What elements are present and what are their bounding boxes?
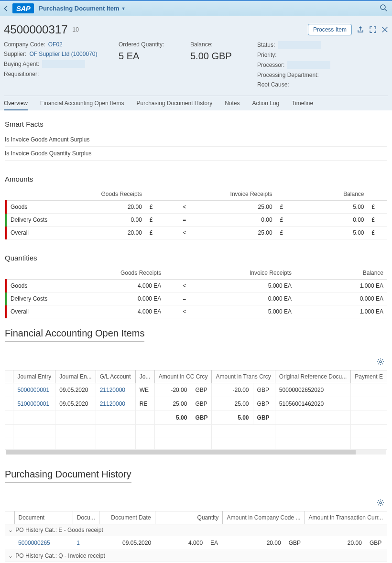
pdh-settings-icon[interactable] <box>377 499 384 508</box>
item-number: 10 <box>72 26 78 33</box>
col-invoice-receipts: Invoice Receipts <box>204 267 295 280</box>
supplier-link[interactable]: OF Supplier Ltd (1000070) <box>29 51 97 57</box>
shell-title-dropdown[interactable]: Purchasing Document Item ▼ <box>39 5 125 12</box>
company-code-link[interactable]: OF02 <box>48 41 63 48</box>
col-balance: Balance <box>295 188 368 201</box>
amounts-title: Amounts <box>5 175 387 183</box>
smart-facts-title: Smart Facts <box>5 120 387 128</box>
tab-pdh[interactable]: Purchasing Document History <box>136 100 212 110</box>
col-balance: Balance <box>295 267 387 280</box>
back-button[interactable] <box>3 5 12 12</box>
col-entry-type[interactable]: Jo... <box>135 370 154 383</box>
tab-overview[interactable]: Overview <box>4 100 28 110</box>
col-doc-item[interactable]: Docu... <box>73 511 99 524</box>
process-item-button[interactable]: Process Item <box>308 24 352 35</box>
col-journal-date[interactable]: Journal En... <box>55 370 96 383</box>
gl-account-link[interactable]: 21120000 <box>96 397 135 411</box>
col-goods-receipts: Goods Receipts <box>73 188 146 201</box>
table-row: Delivery Costs0.00£=0.00£0.00£ <box>6 214 387 227</box>
col-goods-receipts: Goods Receipts <box>73 267 165 280</box>
processor-label: Processor: <box>257 62 284 68</box>
document-link[interactable]: 5000000265 <box>14 536 73 550</box>
buying-agent-label: Buying Agent: <box>4 61 39 67</box>
requisitioner-label: Requisitioner: <box>4 71 39 77</box>
pdh-title: Purchasing Document History <box>5 469 131 483</box>
object-header: 4500000317 10 Process Item <box>4 16 388 39</box>
ordered-qty-label: Ordered Quantity: <box>119 41 176 48</box>
page-title: 4500000317 <box>4 23 67 36</box>
status-value <box>278 41 321 49</box>
tab-bar: Overview Financial Accounting Open Items… <box>4 96 388 110</box>
document-item-link[interactable]: 1 <box>73 536 99 550</box>
col-invoice-receipts: Invoice Receipts <box>204 188 276 201</box>
table-row: Delivery Costs0.000 EA=0.000 EA0.000 EA <box>6 292 387 305</box>
chevron-down-icon: ⌄ <box>8 527 14 533</box>
table-row: Overall4.000 EA<5.000 EA1.000 EA <box>6 305 387 318</box>
amounts-table: Goods Receipts Invoice Receipts Balance … <box>5 188 387 239</box>
priority-label: Priority: <box>257 52 277 58</box>
sap-logo: SAP <box>12 3 34 13</box>
balance-label: Balance: <box>190 41 243 48</box>
fai-settings-icon[interactable] <box>377 358 384 367</box>
close-icon[interactable] <box>381 26 388 33</box>
shell-title-text: Purchasing Document Item <box>39 5 119 12</box>
balance-value: 5.00 GBP <box>190 51 243 62</box>
tab-notes[interactable]: Notes <box>225 100 240 110</box>
dept-label: Processing Department: <box>257 72 319 78</box>
quantities-title: Quantities <box>5 254 387 262</box>
tab-fai[interactable]: Financial Accounting Open Items <box>40 100 124 110</box>
chevron-down-icon: ⌄ <box>8 552 14 559</box>
col-doc-date[interactable]: Document Date <box>99 511 155 524</box>
col-amount-cc[interactable]: Amount in CC Crcy <box>154 370 212 383</box>
table-row: Goods20.00£<25.00£5.00£ <box>6 201 387 214</box>
supplier-label: Supplier: <box>4 51 26 57</box>
journal-entry-link[interactable]: 5000000001 <box>13 383 55 397</box>
company-code-label: Company Code: <box>4 41 45 48</box>
journal-entry-link[interactable]: 5100000001 <box>13 397 55 411</box>
col-amount-trans[interactable]: Amount in Trans Crcy <box>212 370 275 383</box>
table-row: 5000000265109.05.20204.000EA20.00GBP20.0… <box>5 536 387 550</box>
root-cause-label: Root Cause: <box>257 81 289 88</box>
fullscreen-icon[interactable] <box>369 26 377 33</box>
ordered-qty-value: 5 EA <box>119 51 176 62</box>
header-details: Company Code: OF02 Supplier: OF Supplier… <box>4 39 388 96</box>
fai-sum-tr: 5.00 <box>212 411 253 425</box>
col-orig-ref[interactable]: Original Reference Docu... <box>275 370 350 383</box>
col-payment[interactable]: Payment E <box>351 370 387 383</box>
table-row: 500000000109.05.202021120000WE-20.00GBP-… <box>5 383 387 397</box>
fai-sum-cc: 5.00 <box>154 411 191 425</box>
share-icon[interactable] <box>357 26 364 33</box>
col-amt-tc[interactable]: Amount in Transaction Curr... <box>305 511 387 524</box>
buying-agent-value <box>42 60 85 68</box>
horizontal-scrollbar[interactable] <box>6 450 386 455</box>
svg-line-1 <box>385 9 387 11</box>
fai-table: Journal Entry Journal En... G/L Account … <box>5 370 387 450</box>
table-row: 510000000109.05.202021120000RE25.00GBP25… <box>5 397 387 411</box>
col-qty[interactable]: Quantity <box>155 511 223 524</box>
smart-fact-item: Is Invoice Goods Amount Surplus <box>5 133 387 147</box>
search-button[interactable] <box>378 2 389 15</box>
tab-timeline[interactable]: Timeline <box>292 100 313 110</box>
group-header[interactable]: ⌄ PO History Cat.: E - Goods receipt <box>5 524 387 536</box>
fai-sum-tru: GBP <box>253 411 275 425</box>
shell-header: SAP Purchasing Document Item ▼ <box>0 0 392 16</box>
col-gl-account[interactable]: G/L Account <box>96 370 135 383</box>
svg-point-3 <box>380 502 381 504</box>
gl-account-link[interactable]: 21120000 <box>96 383 135 397</box>
svg-point-0 <box>381 5 385 10</box>
table-row: Goods4.000 EA<5.000 EA1.000 EA <box>6 280 387 292</box>
quantities-table: Goods Receipts Invoice Receipts Balance … <box>5 267 387 318</box>
dropdown-icon: ▼ <box>121 6 126 11</box>
col-journal-entry[interactable]: Journal Entry <box>13 370 55 383</box>
svg-point-2 <box>380 361 381 363</box>
status-label: Status: <box>257 42 275 48</box>
header-actions: Process Item <box>308 24 388 35</box>
processor-value <box>287 61 330 69</box>
smart-fact-item: Is Invoice Goods Quantity Surplus <box>5 147 387 161</box>
col-document[interactable]: Document <box>14 511 73 524</box>
col-amt-cc[interactable]: Amount in Company Code ... <box>223 511 305 524</box>
group-header[interactable]: ⌄ PO History Cat.: Q - Invoice receipt <box>5 550 387 562</box>
tab-action-log[interactable]: Action Log <box>252 100 280 110</box>
fai-sum-ccu: GBP <box>191 411 212 425</box>
fai-title: Financial Accounting Open Items <box>5 328 144 342</box>
